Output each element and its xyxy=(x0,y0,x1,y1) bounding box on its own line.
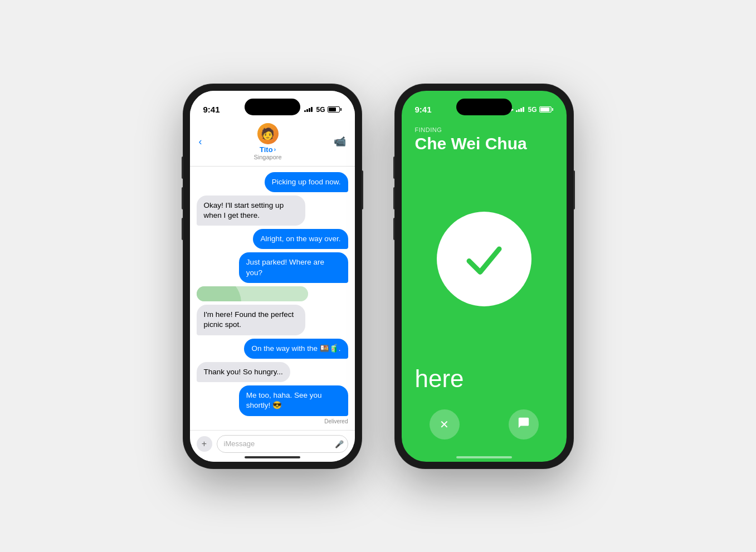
left-screen: 9:41 5G xyxy=(190,91,355,462)
imessage-header: ‹ 🧑 Tito › Singapore 📹 xyxy=(190,121,355,167)
imessage-screen: 9:41 5G xyxy=(190,91,355,462)
map-green-area xyxy=(197,286,241,301)
contact-sub: Singapore xyxy=(253,154,281,160)
close-icon: ✕ xyxy=(440,418,449,431)
left-phone: 9:41 5G xyxy=(183,84,362,468)
right-phone: 9:41 ▶ 5G xyxy=(395,84,573,468)
checkmark-circle xyxy=(437,212,531,306)
signal-icon-left xyxy=(304,107,313,112)
message-bubble: Okay! I'll start setting up when I get t… xyxy=(197,196,306,226)
dynamic-island-right xyxy=(456,99,512,115)
message-bubble: Thank you! So hungry... xyxy=(197,362,290,382)
message-input[interactable]: iMessage xyxy=(217,435,348,453)
delivered-label: Delivered xyxy=(324,418,348,424)
findmy-actions: ✕ xyxy=(402,409,567,462)
checkmark-area xyxy=(402,153,567,365)
status-time-right: 9:41 xyxy=(415,105,432,114)
message-button[interactable] xyxy=(509,409,539,439)
status-time-left: 9:41 xyxy=(203,105,220,114)
message-bubble: Me too, haha. See you shortly! 😎 xyxy=(239,385,348,416)
video-call-button[interactable]: 📹 xyxy=(334,135,346,148)
battery-icon-right xyxy=(539,106,553,113)
map-view: 🧑 East CoastPark Area B xyxy=(197,286,308,301)
findmy-header: FINDING Che Wei Chua xyxy=(402,121,567,153)
mic-icon[interactable]: 🎤 xyxy=(335,439,344,448)
message-icon xyxy=(518,417,530,432)
network-label-left: 5G xyxy=(316,106,325,114)
right-screen: 9:41 ▶ 5G xyxy=(402,91,567,462)
dynamic-island-left xyxy=(245,99,300,115)
message-bubble: Just parked! Where are you? xyxy=(239,252,348,282)
map-bubble[interactable]: 🧑 East CoastPark Area B 🔍 Find My ➤ Shar… xyxy=(197,286,308,301)
network-label-right: 5G xyxy=(528,106,536,114)
here-text: here xyxy=(402,365,567,409)
messages-area: Picking up food now. Okay! I'll start se… xyxy=(190,167,355,430)
message-bubble: On the way with the 🍱🧃. xyxy=(244,339,348,359)
finding-label: FINDING xyxy=(415,126,553,133)
home-indicator-left xyxy=(245,456,300,458)
signal-icon-right xyxy=(516,107,524,112)
message-input-wrapper: iMessage 🎤 xyxy=(217,435,348,453)
finding-contact-name: Che Wei Chua xyxy=(415,134,553,153)
findmy-screen: 9:41 ▶ 5G xyxy=(402,91,567,462)
status-icons-right: ▶ 5G xyxy=(509,106,553,114)
add-button[interactable]: + xyxy=(197,436,212,452)
dismiss-button[interactable]: ✕ xyxy=(430,409,460,439)
message-bubble: I'm here! Found the perfect picnic spot. xyxy=(197,305,306,335)
contact-name[interactable]: Tito › xyxy=(260,145,276,154)
status-icons-left: 5G xyxy=(304,106,341,114)
contact-chevron: › xyxy=(274,146,276,153)
message-bubble: Alright, on the way over. xyxy=(253,229,348,249)
home-indicator-right xyxy=(456,456,512,458)
contact-info: 🧑 Tito › Singapore xyxy=(253,123,281,160)
imessage-nav: ‹ 🧑 Tito › Singapore 📹 xyxy=(199,121,346,160)
message-bubble: Picking up food now. xyxy=(265,172,348,192)
contact-avatar: 🧑 xyxy=(257,123,279,144)
back-button[interactable]: ‹ xyxy=(199,136,202,148)
battery-icon-left xyxy=(328,106,342,113)
checkmark-icon xyxy=(459,234,509,284)
